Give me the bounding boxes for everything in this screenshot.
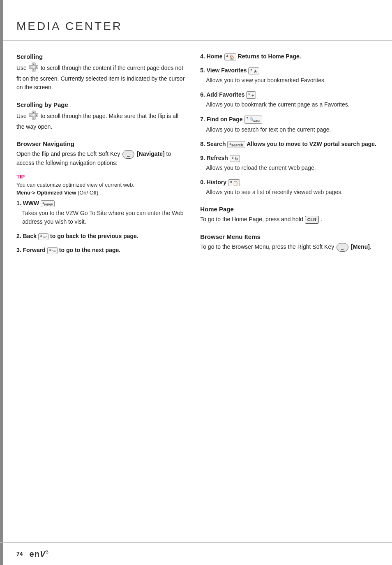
list-item: 9. Refresh 9 ↻ Allows you to reload the …: [200, 155, 392, 172]
star-icon: 5 ★: [248, 67, 259, 74]
scrolling-heading: Scrolling: [16, 53, 188, 60]
footer-logo-sup: 3: [46, 549, 49, 555]
item-0-header: 0. History 0 📋: [200, 179, 392, 186]
page-container: MEDIA CENTER Scrolling Use: [0, 0, 392, 565]
scrolling-by-page-body: Use to scroll through the page. Mak: [16, 111, 188, 131]
home-icon: 4 🏠: [224, 53, 236, 60]
tip-body: You can customize optimized view of curr…: [16, 181, 188, 189]
browser-menu-heading: Browser Menu Items: [200, 233, 392, 240]
nav-cross-icon-2: [29, 111, 38, 123]
item-2-header: 2. Back 2 ↩ to go back to the previous p…: [16, 233, 188, 240]
footer-logo: enV3: [30, 549, 49, 559]
clr-key: CLR: [305, 216, 319, 224]
footer-page-number: 74: [16, 551, 23, 557]
item-9-desc: Allows you to reload the current Web pag…: [200, 164, 392, 172]
content-columns: Scrolling Use: [0, 45, 392, 261]
home-page-body: To go to the Home Page, press and hold C…: [200, 215, 392, 224]
scrolling-by-page-heading: Scrolling by Page: [16, 101, 188, 108]
right-soft-key-icon: ⎯: [337, 243, 348, 252]
item-5-header: 5. View Favorites 5 ★: [200, 67, 392, 74]
soft-key-icon: ⎯: [122, 150, 134, 159]
item-6-header: 6. Add Favorites 6 +: [200, 91, 392, 99]
list-item: 7. Find on Page 7 🔍abc Allows you to sea…: [200, 116, 392, 134]
list-item: 3. Forward 3 ↪ to go to the next page.: [16, 247, 188, 254]
back-icon: 2 ↩: [38, 233, 48, 240]
browser-navigating-heading: Browser Navigating: [16, 140, 188, 147]
list-item: 0. History 0 📋 Allows you to see a list …: [200, 179, 392, 197]
history-icon: 0 📋: [228, 179, 240, 186]
left-column: Scrolling Use: [16, 45, 196, 261]
item-1-header: 1. WWW 1www: [16, 200, 188, 207]
refresh-icon: 9 ↻: [230, 155, 240, 162]
plus-icon: 6 +: [246, 91, 256, 99]
item-8-header: 8. Search 8search Allows you to move to …: [200, 141, 392, 148]
list-item: 8. Search 8search Allows you to move to …: [200, 141, 392, 148]
item-7-header: 7. Find on Page 7 🔍abc: [200, 116, 392, 124]
right-column: 4. Home 4 🏠 Returns to Home Page. 5. Vie…: [196, 45, 392, 261]
list-item: 1. WWW 1www Takes you to the VZW Go To S…: [16, 200, 188, 226]
item-5-desc: Allows you to view your bookmarked Favor…: [200, 76, 392, 85]
tip-box: TIP You can customize optimized view of …: [16, 174, 188, 196]
list-item: 2. Back 2 ↩ to go back to the previous p…: [16, 233, 188, 240]
item-7-desc: Allows you to search for text on the cur…: [200, 125, 392, 134]
list-item: 6. Add Favorites 6 + Allows you to bookm…: [200, 91, 392, 109]
forward-icon: 3 ↪: [47, 247, 58, 254]
menu-label: [Menu]: [351, 243, 370, 250]
scrolling-body: Use to scroll through the: [16, 63, 188, 92]
item-6-desc: Allows you to bookmark the current page …: [200, 100, 392, 109]
home-page-heading: Home Page: [200, 206, 392, 213]
www-icon: 1www: [41, 200, 54, 207]
left-accent-bar: [0, 0, 3, 565]
item-9-header: 9. Refresh 9 ↻: [200, 155, 392, 162]
nav-cross-icon: [29, 63, 38, 74]
browser-navigating-body: Open the flip and press the Left Soft Ke…: [16, 150, 188, 168]
tip-title: TIP: [16, 174, 188, 180]
item-4-header: 4. Home 4 🏠 Returns to Home Page.: [200, 53, 392, 60]
page-footer: 74 enV3: [0, 542, 392, 565]
item-0-desc: Allows you to see a list of recently vie…: [200, 188, 392, 197]
find-on-page-icon: 7 🔍abc: [244, 116, 262, 124]
page-title: MEDIA CENTER: [16, 20, 380, 33]
list-item: 4. Home 4 🏠 Returns to Home Page.: [200, 53, 392, 60]
svg-rect-13: [32, 113, 35, 117]
list-item: 5. View Favorites 5 ★ Allows you to view…: [200, 67, 392, 85]
navigate-label: [Navigate]: [137, 151, 165, 157]
page-header: MEDIA CENTER: [0, 12, 392, 41]
browser-menu-body: To go to the Browser Menu, press the Rig…: [200, 243, 392, 252]
item-1-desc: Takes you to the VZW Go To Site where yo…: [16, 209, 188, 226]
svg-rect-4: [32, 65, 35, 69]
search-badge-icon: 8search: [227, 141, 245, 148]
tip-menu: Menu-> Optimized View (On/ Off): [16, 190, 188, 196]
item-3-header: 3. Forward 3 ↪ to go to the next page.: [16, 247, 188, 254]
